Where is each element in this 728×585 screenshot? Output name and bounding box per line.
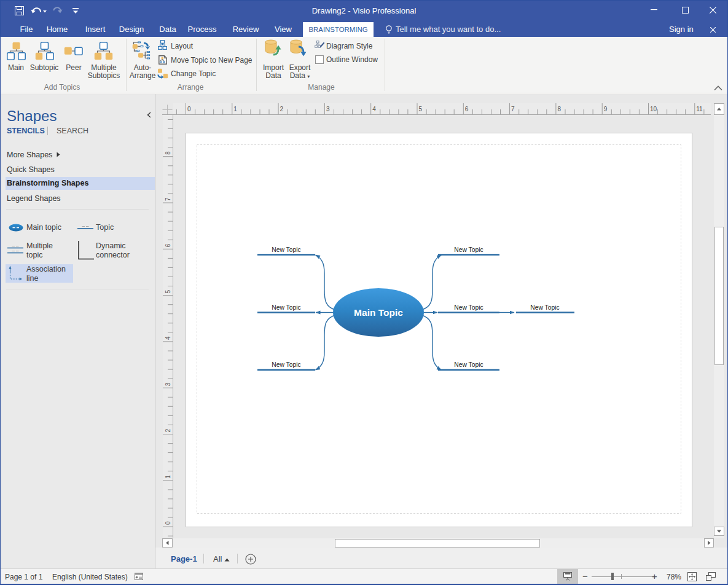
svg-text:3: 3 — [326, 106, 330, 112]
svg-text:8: 8 — [557, 106, 561, 112]
svg-text:New Topic: New Topic — [454, 304, 483, 311]
svg-text:2: 2 — [165, 429, 171, 433]
svg-text:2: 2 — [280, 106, 284, 112]
svg-text:8: 8 — [165, 151, 171, 155]
svg-text:1: 1 — [233, 106, 237, 112]
svg-text:1: 1 — [165, 475, 171, 479]
svg-text:4: 4 — [372, 106, 376, 112]
svg-text:Main Topic: Main Topic — [354, 307, 403, 318]
svg-text:New Topic: New Topic — [272, 246, 300, 253]
svg-text:New Topic: New Topic — [454, 361, 483, 368]
svg-text:New Topic: New Topic — [272, 361, 300, 368]
svg-text:New Topic: New Topic — [454, 246, 483, 253]
svg-text:11: 11 — [696, 106, 703, 112]
svg-text:7: 7 — [511, 106, 515, 112]
svg-text:0: 0 — [187, 106, 191, 112]
svg-text:4: 4 — [165, 336, 171, 340]
svg-text:10: 10 — [650, 106, 657, 112]
svg-text:7: 7 — [165, 197, 171, 201]
svg-text:5: 5 — [165, 290, 171, 294]
svg-text:5: 5 — [419, 106, 423, 112]
svg-text:6: 6 — [465, 106, 469, 112]
svg-text:6: 6 — [165, 243, 171, 247]
svg-text:9: 9 — [604, 106, 608, 112]
svg-text:3: 3 — [165, 382, 171, 386]
svg-text:New Topic: New Topic — [530, 304, 559, 311]
svg-text:0: 0 — [165, 521, 171, 525]
svg-text:New Topic: New Topic — [272, 304, 300, 311]
